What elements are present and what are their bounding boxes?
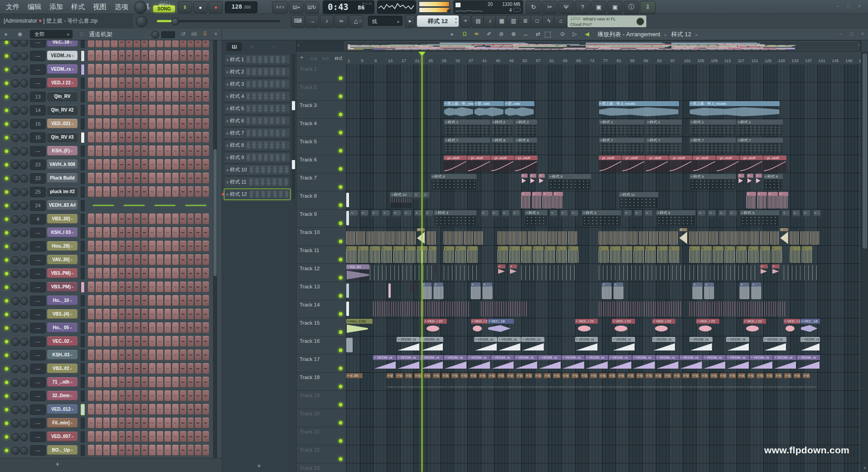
channel-led[interactable] [4,448,9,453]
step-cell[interactable] [103,431,110,442]
step-cell[interactable] [195,445,201,456]
step-cell[interactable] [195,214,201,224]
step-cell[interactable] [141,363,148,374]
step-cell[interactable] [111,390,117,401]
step-cell[interactable] [119,336,125,347]
step-cell[interactable] [96,118,102,129]
step-cell[interactable] [188,40,194,48]
step-cell[interactable] [88,241,94,252]
step-cell[interactable] [141,40,148,48]
clip-auto[interactable]: ~pl..utoff [716,156,739,172]
track-led[interactable] [338,348,343,353]
volume-knob[interactable] [20,147,28,156]
clip-olv[interactable]: » [610,246,621,263]
clip-v05[interactable]: »V..05 [405,373,412,379]
channel-target-box[interactable]: --- [30,146,46,156]
track-header[interactable]: Track 23··· [296,463,346,472]
channel-target-box[interactable]: --- [30,51,46,61]
picker-automation-tab[interactable]: ~ [272,42,275,51]
save-icon[interactable]: ▣ [591,1,606,14]
step-cell[interactable] [195,118,201,129]
clip-v05[interactable]: »V..05 [433,373,440,379]
step-cell[interactable] [134,377,140,388]
step-cell[interactable] [119,322,125,333]
step-cell[interactable] [126,40,132,48]
step-cell[interactable] [134,118,140,129]
clip-spr[interactable] [784,264,817,281]
clip-v05[interactable]: »V..05 [664,373,671,379]
channel-target-box[interactable]: --- [30,336,46,347]
channel-button[interactable]: VB3..PM)≈ [47,282,78,292]
track-led[interactable] [338,402,343,407]
step-cell[interactable] [180,40,186,48]
track-led[interactable] [338,203,343,208]
clip-voc[interactable]: »壁..cals [474,101,504,118]
clip-v05[interactable]: »V..05 [645,373,652,379]
pan-knob[interactable] [11,447,19,455]
clip-g16[interactable]: »VEDM..rs [800,337,820,354]
step-cell[interactable] [172,64,179,75]
clip-pat[interactable]: ≡样式 1 [599,119,645,136]
clip-mdark[interactable] [434,264,436,274]
add-pattern-button[interactable]: + [222,462,296,469]
step-cell[interactable] [111,214,117,224]
track-options-dots[interactable]: ··· [300,437,307,442]
step-cell[interactable] [111,78,117,88]
clip-tanf[interactable]: » [679,228,688,245]
channel-button[interactable]: KSH..(F)≈ [47,146,78,156]
clip-v05[interactable]: »V..05 [618,373,625,379]
channel-target-box[interactable]: 24 [30,200,46,211]
delete-icon[interactable]: ⊘ [496,29,507,40]
clip-blu[interactable]: » [693,282,702,299]
step-cell[interactable] [149,295,155,306]
step-cell[interactable] [88,309,94,320]
clip-v22[interactable]: »VED..l 22 [743,319,766,336]
volume-knob[interactable] [20,406,28,414]
channel-target-box[interactable]: --- [30,296,46,306]
clip-g16[interactable]: »VEDM..rs [763,337,786,354]
step-cell[interactable] [188,309,194,320]
info-icon[interactable]: ⓘ [624,1,639,14]
clip-v05[interactable]: »V..05 [346,373,363,379]
clip-tan[interactable] [790,228,799,245]
snap-magnet-icon[interactable]: Ω [459,29,470,40]
clip-mrn[interactable]: » [509,264,518,274]
pan-knob[interactable] [11,175,19,183]
volume-knob[interactable] [20,188,28,196]
step-cell[interactable] [188,350,194,360]
pan-knob[interactable] [11,406,19,414]
step-cell[interactable] [141,377,148,388]
step-cell[interactable] [111,118,117,129]
channel-filter-dropdown[interactable]: 全部▸ [30,30,73,39]
step-cell[interactable] [180,241,186,252]
clip-v05[interactable]: »V..05 [599,373,606,379]
volume-knob[interactable] [20,392,28,400]
clip-v05[interactable]: »V..05 [525,373,532,379]
step-cell[interactable] [180,132,186,143]
step-cell[interactable] [111,105,117,116]
step-cell[interactable] [180,78,186,88]
clip-p17[interactable]: »VEDM..rs [656,355,679,372]
step-cell[interactable] [103,146,110,156]
clip-blu[interactable]: » [740,282,749,299]
detach-arrow-icon[interactable]: ▸ [447,29,458,40]
clip-g16[interactable]: »VEDM..rs [575,337,598,354]
step-cell[interactable] [126,445,132,456]
track-options-dots[interactable]: ··· [300,92,307,97]
channel-target-box[interactable]: 16 [30,119,46,129]
clip-olv[interactable]: » [645,246,656,263]
clip-olv[interactable]: » [467,246,478,263]
clip-v05[interactable]: »V..05 [784,373,791,379]
step-cell[interactable] [165,431,171,442]
clip-pnm[interactable]: » [756,174,762,183]
track-header[interactable]: Track 17··· [296,355,346,373]
clip-auto[interactable]: ~pl..utoff [467,156,490,172]
clip-tanf[interactable]: » [417,228,425,245]
stretch-tool-icon[interactable]: ⇄ [533,29,543,40]
track-header[interactable]: Track 11··· [296,246,346,264]
step-cell[interactable] [103,254,110,265]
step-cell[interactable] [134,173,140,184]
mute-tool-icon[interactable]: ⊗ [508,29,519,40]
channel-target-box[interactable]: --- [30,64,46,75]
channel-button[interactable]: Pluck Build [47,173,78,183]
